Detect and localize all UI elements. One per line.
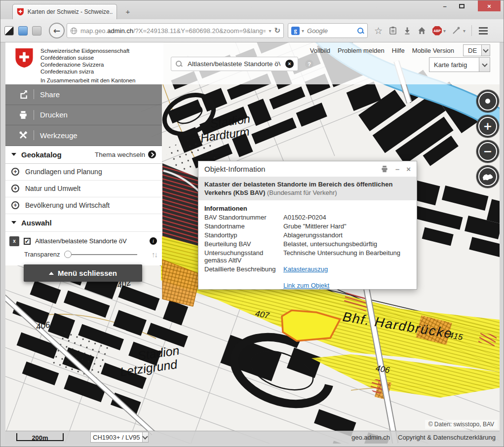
map-style-select[interactable]: Karte farbig bbox=[429, 57, 490, 72]
info-label: Standorttyp bbox=[204, 231, 279, 239]
footer-links: geo.admin.ch Copyright & Datenschutzerkl… bbox=[351, 431, 496, 444]
clear-search-button[interactable]: × bbox=[285, 60, 294, 68]
share-icon bbox=[19, 90, 28, 99]
sidebar-item-tools[interactable]: Werkzeuge bbox=[5, 125, 162, 146]
link-zum-objekt[interactable]: Link zum Objekt bbox=[283, 282, 329, 289]
bottom-bar: 200m CH1903+ / LV95 geo.admin.ch Copyrig… bbox=[5, 431, 500, 444]
url-dropdown-icon[interactable]: ▾ bbox=[269, 28, 271, 34]
search-go-icon[interactable] bbox=[357, 27, 364, 35]
print-icon[interactable] bbox=[381, 165, 388, 173]
info-value: Technische Untersuchung in Bearbeitung bbox=[283, 249, 411, 264]
katasterauszug-link[interactable]: Katasterauszug bbox=[283, 265, 328, 273]
category-bevoelkerung[interactable]: + Bevölkerung und Wirtschaft bbox=[5, 197, 162, 214]
abp-dropdown-icon[interactable]: ▾ bbox=[443, 28, 446, 34]
layer-visibility-checkbox[interactable]: ✓ bbox=[24, 238, 31, 245]
home-button[interactable] bbox=[418, 27, 426, 35]
window-close-button[interactable]: × bbox=[478, 0, 501, 11]
zoom-out-button[interactable]: − bbox=[476, 140, 499, 163]
adblock-button[interactable]: ABP ▾ bbox=[432, 26, 446, 36]
category-natur[interactable]: + Natur und Umwelt bbox=[5, 181, 162, 197]
selection-header[interactable]: Auswahl bbox=[5, 214, 162, 232]
popup-title: Objekt-Information bbox=[204, 165, 374, 173]
popup-minimize-button[interactable]: – bbox=[395, 165, 399, 173]
header-links: Vollbild Problem melden Hilfe Mobile Ver… bbox=[310, 47, 454, 54]
engine-dropdown-icon[interactable]: ▾ bbox=[302, 28, 304, 34]
caret-up-icon bbox=[49, 272, 54, 275]
window-minimize-button[interactable]: – bbox=[437, 0, 452, 11]
extension-brush-button[interactable]: ▾ bbox=[452, 27, 465, 35]
bookmarks-menu-button[interactable] bbox=[389, 26, 397, 35]
url-bar[interactable]: map.geo.admin.ch/?X=249138.11&Y=680698.2… bbox=[67, 23, 284, 38]
remove-layer-button[interactable]: x bbox=[9, 236, 19, 246]
object-info-popup: Objekt-Information – × Kataster der bela… bbox=[198, 161, 417, 290]
language-select[interactable]: DE bbox=[463, 44, 490, 56]
search-help-button[interactable]: ? bbox=[305, 60, 313, 68]
map-attribution[interactable]: © Daten: swisstopo, BAV bbox=[425, 420, 498, 429]
chevron-down-icon bbox=[142, 432, 148, 442]
slider-track[interactable] bbox=[64, 254, 137, 256]
browser-search-bar[interactable]: g ▾ bbox=[288, 23, 368, 38]
layer-info-button[interactable]: i bbox=[150, 237, 157, 245]
browser-tab[interactable]: Karten der Schweiz - Schweize... bbox=[12, 4, 117, 19]
close-menu-button[interactable]: Menü schliessen bbox=[24, 264, 142, 282]
abp-icon: ABP bbox=[432, 26, 442, 36]
extension-icon-window[interactable] bbox=[18, 26, 28, 36]
geolocation-button[interactable] bbox=[476, 90, 499, 112]
confederation-logo-block: Schweizerische Eidgenossenschaft Confédé… bbox=[5, 42, 163, 84]
browser-search-input[interactable] bbox=[306, 27, 355, 35]
window-maximize-button[interactable] bbox=[454, 0, 469, 11]
geoadmin-link[interactable]: geo.admin.ch bbox=[351, 434, 390, 441]
link-vollbild[interactable]: Vollbild bbox=[310, 47, 330, 54]
info-value: Grube "Mittlerer Hard" bbox=[283, 223, 411, 230]
category-grundlagen[interactable]: + Grundlagen und Planung bbox=[5, 164, 162, 181]
google-engine-icon[interactable]: g bbox=[291, 27, 300, 35]
page-header: Schweizerische Eidgenossenschaft Confédé… bbox=[5, 42, 500, 84]
map-search-input[interactable] bbox=[187, 60, 281, 68]
confederation-names: Schweizerische Eidgenossenschaft Confédé… bbox=[40, 47, 135, 84]
new-tab-button[interactable]: + bbox=[121, 6, 135, 17]
extension-icon-contrast[interactable] bbox=[4, 26, 14, 36]
zoom-in-button[interactable]: + bbox=[476, 115, 499, 138]
expand-plus-icon[interactable]: + bbox=[11, 201, 19, 209]
map-search-box[interactable]: × bbox=[171, 57, 298, 71]
projection-select[interactable]: CH1903+ / LV95 bbox=[90, 432, 149, 443]
layer-reorder-buttons[interactable]: ↑↓ bbox=[152, 250, 157, 259]
tools-icon bbox=[19, 131, 28, 140]
home-icon bbox=[418, 27, 426, 35]
switch-theme-link[interactable]: Thema wechseln bbox=[95, 150, 156, 158]
toolbar-overflow-icon[interactable]: ▾ bbox=[463, 28, 465, 34]
zoom-to-switzerland-button[interactable] bbox=[476, 165, 499, 188]
expand-plus-icon[interactable]: + bbox=[11, 185, 19, 192]
link-problem-melden[interactable]: Problem melden bbox=[338, 47, 385, 54]
transparency-row: Transparenz ↑↓ bbox=[9, 248, 157, 261]
clipboard-icon bbox=[389, 26, 397, 35]
expand-plus-icon[interactable]: + bbox=[11, 168, 19, 176]
sidebar-item-share[interactable]: Share bbox=[5, 84, 162, 105]
caret-down-icon bbox=[11, 153, 16, 156]
sidebar: Share Drucken Werkzeuge Geokatalog Thema… bbox=[5, 84, 162, 265]
info-value: A01502-P0204 bbox=[283, 214, 411, 221]
sidebar-item-print[interactable]: Drucken bbox=[5, 105, 162, 126]
maximize-icon bbox=[459, 4, 465, 8]
back-button[interactable]: ← bbox=[49, 23, 65, 38]
link-hilfe[interactable]: Hilfe bbox=[392, 47, 405, 54]
info-value: Belastet, untersuchungsbedürftig bbox=[283, 240, 411, 248]
printer-icon bbox=[19, 111, 28, 119]
search-icon bbox=[175, 60, 183, 68]
reload-button[interactable]: ↻ bbox=[274, 26, 280, 35]
scale-bar: 200m bbox=[16, 433, 64, 441]
target-dot-icon bbox=[485, 99, 490, 104]
downloads-button[interactable] bbox=[403, 27, 411, 35]
link-mobile-version[interactable]: Mobile Version bbox=[412, 47, 454, 54]
popup-header[interactable]: Objekt-Information – × bbox=[198, 161, 417, 177]
extension-icon-archive[interactable] bbox=[32, 26, 41, 36]
slider-thumb[interactable] bbox=[64, 251, 72, 258]
popup-close-button[interactable]: × bbox=[406, 165, 411, 173]
geocatalog-header[interactable]: Geokatalog Thema wechseln bbox=[5, 146, 162, 164]
copyright-link[interactable]: Copyright & Datenschutzerklärung bbox=[398, 434, 496, 441]
bookmark-star-button[interactable]: ☆ bbox=[374, 25, 383, 36]
layer-row: x ✓ Altlasten/belastete Standorte öV i bbox=[9, 235, 157, 248]
transparency-slider[interactable] bbox=[64, 251, 137, 259]
titlebar[interactable]: Karten der Schweiz - Schweize... + – × bbox=[0, 0, 504, 19]
menu-button[interactable] bbox=[479, 27, 488, 35]
